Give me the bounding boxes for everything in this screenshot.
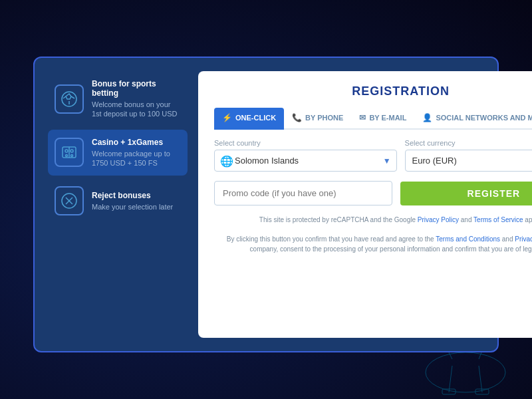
registration-title: REGISTRATION [214,84,532,98]
svg-line-17 [63,96,66,98]
main-container: Bonus for sports betting Welcome bonus o… [33,57,499,352]
lightning-icon: ⚡ [222,113,232,122]
sports-bonus-desc: Welcome bonus on your 1st deposit up to … [92,100,181,119]
sports-bonus-item[interactable]: Bonus for sports betting Welcome bonus o… [48,71,188,127]
apply-text: apply. [525,216,532,223]
promo-code-input[interactable] [214,181,392,205]
casino-bonus-text: Casino + 1xGames Welcome package up to 1… [92,138,181,168]
registration-tabs: ⚡ ONE-CLICK 📞 BY PHONE ✉ BY E-MAIL 👤 SOC… [214,108,532,130]
country-currency-row: Select country 🌐 Solomon Islands Austral… [214,139,532,172]
country-flag: 🌐 [220,154,233,167]
sports-bonus-text: Bonus for sports betting Welcome bonus o… [92,79,181,119]
svg-line-7 [449,366,452,392]
tab-one-click-label: ONE-CLICK [235,114,276,122]
privacy-policy-link[interactable]: Privacy Policy [418,216,459,223]
privacy-link-2[interactable]: Privacy Policy [515,235,532,243]
soccer-icon [55,84,84,114]
svg-marker-15 [66,94,71,99]
svg-line-18 [71,96,74,98]
casino-bonus-title: Casino + 1xGames [92,138,181,147]
currency-select[interactable]: Euro (EUR) USD (US Dollar) GBP (British … [406,150,532,171]
svg-line-8 [479,366,482,392]
promo-register-row: REGISTER [214,181,532,205]
country-label: Select country [214,139,397,147]
reject-bonus-item[interactable]: Reject bonuses Make your selection later [48,178,188,223]
tos-paragraph: By clicking this button you confirm that… [214,234,532,254]
currency-select-wrapper: Euro (EUR) USD (US Dollar) GBP (British … [405,150,532,172]
currency-label: Select currency [405,139,532,147]
reject-bonus-title: Reject bonuses [92,191,173,200]
terms-of-service-link[interactable]: Terms of Service [473,216,523,223]
email-icon: ✉ [359,113,366,122]
svg-point-22 [66,155,68,157]
phone-icon: 📞 [292,113,302,122]
terms-conditions-link[interactable]: Terms and Conditions [436,235,500,243]
svg-point-21 [70,150,73,152]
tab-by-email-label: BY E-MAIL [369,114,406,122]
country-select-wrapper: 🌐 Solomon Islands Australia New Zealand … [214,150,397,172]
svg-point-20 [65,150,68,152]
reject-bonus-text: Reject bonuses Make your selection later [92,191,173,211]
currency-group: Select currency Euro (EUR) USD (US Dolla… [405,139,532,172]
tab-one-click[interactable]: ⚡ ONE-CLICK [214,108,284,130]
right-panel: REGISTRATION ⚡ ONE-CLICK 📞 BY PHONE ✉ BY… [198,71,532,338]
and-text: and [461,216,473,223]
register-button[interactable]: REGISTER [400,182,532,205]
tab-social-label: SOCIAL NETWORKS AND MESSENGERS [436,114,532,122]
sports-bonus-title: Bonus for sports betting [92,79,181,98]
casino-bonus-item[interactable]: Casino + 1xGames Welcome package up to 1… [48,130,188,176]
recaptcha-disclaimer: This site is protected by reCAPTCHA and … [214,215,532,225]
casino-bonus-desc: Welcome package up to 1750 USD + 150 FS [92,149,181,168]
tos-and: and [502,235,515,243]
reject-icon [55,186,84,215]
left-panel: Bonus for sports betting Welcome bonus o… [48,71,188,338]
tos-prefix: By clicking this button you confirm that… [227,235,434,243]
tab-by-phone[interactable]: 📞 BY PHONE [284,108,351,130]
tab-by-phone-label: BY PHONE [305,114,343,122]
social-icon: 👤 [422,113,432,122]
disclaimer-text: This site is protected by reCAPTCHA and … [259,216,416,223]
tab-by-email[interactable]: ✉ BY E-MAIL [351,108,414,130]
tab-social[interactable]: 👤 SOCIAL NETWORKS AND MESSENGERS [414,108,532,130]
country-select[interactable]: Solomon Islands Australia New Zealand Un… [215,150,396,171]
svg-point-0 [426,352,505,392]
country-group: Select country 🌐 Solomon Islands Austral… [214,139,397,172]
svg-point-23 [71,155,73,157]
casino-icon [55,138,84,167]
reject-bonus-desc: Make your selection later [92,202,173,211]
